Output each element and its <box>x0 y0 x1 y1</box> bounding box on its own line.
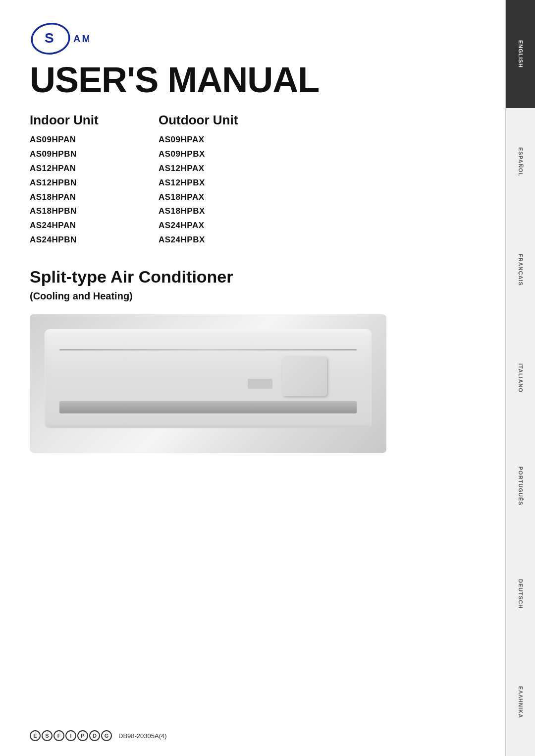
units-section: Indoor Unit AS09HPAN AS09HPBN AS12HPAN A… <box>30 113 476 247</box>
indoor-unit-header: Indoor Unit <box>30 113 129 128</box>
product-image-inner <box>30 314 386 453</box>
ac-body <box>45 329 372 428</box>
indoor-model-4: AS12HPBN <box>30 176 129 190</box>
outdoor-unit-header: Outdoor Unit <box>159 113 258 128</box>
lang-tab-greek[interactable]: ΕΛΛΗΝΙΚΑ <box>505 648 535 756</box>
manual-title: USER'S MANUAL <box>30 62 476 98</box>
footer-icon-f: F <box>54 730 64 741</box>
indoor-model-3: AS12HPAN <box>30 162 129 176</box>
outdoor-unit-column: Outdoor Unit AS09HPAX AS09HPBX AS12HPAX … <box>159 113 258 247</box>
ac-panel <box>282 356 327 396</box>
outdoor-model-1: AS09HPAX <box>159 133 258 147</box>
footer-icon-d: D <box>89 730 100 741</box>
product-subtitle: (Cooling and Heating) <box>30 291 476 302</box>
outdoor-model-8: AS24HPBX <box>159 233 258 247</box>
svg-text:AMSUNG: AMSUNG <box>73 33 89 44</box>
ac-bottom-strip <box>59 401 357 413</box>
logo-area: S AMSUNG <box>30 20 476 57</box>
indoor-model-8: AS24HPBN <box>30 233 129 247</box>
footer-icon-s: S <box>42 730 53 741</box>
indoor-model-6: AS18HPBN <box>30 204 129 219</box>
footer-icon-p: P <box>77 730 88 741</box>
indoor-model-1: AS09HPAN <box>30 133 129 147</box>
indoor-model-7: AS24HPAN <box>30 219 129 233</box>
indoor-unit-column: Indoor Unit AS09HPAN AS09HPBN AS12HPAN A… <box>30 113 129 247</box>
ac-top-line <box>59 349 357 350</box>
footer-doc-number: DB98-20305A(4) <box>118 732 167 740</box>
outdoor-model-3: AS12HPAX <box>159 162 258 176</box>
samsung-logo-svg: S AMSUNG <box>30 20 89 57</box>
lang-tab-deutsch[interactable]: DEUTSCH <box>505 540 535 648</box>
lang-tab-francais[interactable]: FRANÇAIS <box>505 216 535 324</box>
product-type: Split-type Air Conditioner <box>30 267 476 287</box>
main-content: S AMSUNG USER'S MANUAL Indoor Unit AS09H… <box>0 0 505 756</box>
footer-icon-g: G <box>101 730 112 741</box>
footer-icon-i: I <box>65 730 76 741</box>
outdoor-model-list: AS09HPAX AS09HPBX AS12HPAX AS12HPBX AS18… <box>159 133 258 247</box>
indoor-model-2: AS09HPBN <box>30 147 129 162</box>
lang-tab-english[interactable]: ENGLISH <box>505 0 535 108</box>
outdoor-model-4: AS12HPBX <box>159 176 258 190</box>
samsung-logo: S AMSUNG <box>30 20 89 57</box>
outdoor-model-5: AS18HPAX <box>159 190 258 205</box>
product-image <box>30 314 386 453</box>
svg-text:S: S <box>45 30 54 46</box>
ac-display <box>248 379 272 389</box>
lang-tab-italiano[interactable]: ITALIANO <box>505 324 535 432</box>
lang-tab-espanol[interactable]: ESPAÑOL <box>505 108 535 216</box>
indoor-model-5: AS18HPAN <box>30 190 129 205</box>
outdoor-model-2: AS09HPBX <box>159 147 258 162</box>
outdoor-model-6: AS18HPBX <box>159 204 258 219</box>
footer: E S F I P D G DB98-20305A(4) <box>30 730 167 741</box>
outdoor-model-7: AS24HPAX <box>159 219 258 233</box>
footer-icon-e: E <box>30 730 41 741</box>
indoor-model-list: AS09HPAN AS09HPBN AS12HPAN AS12HPBN AS18… <box>30 133 129 247</box>
language-sidebar: ENGLISH ESPAÑOL FRANÇAIS ITALIANO PORTUG… <box>505 0 535 756</box>
lang-tab-portugues[interactable]: PORTUGUÊS <box>505 432 535 540</box>
footer-icons: E S F I P D G <box>30 730 112 741</box>
